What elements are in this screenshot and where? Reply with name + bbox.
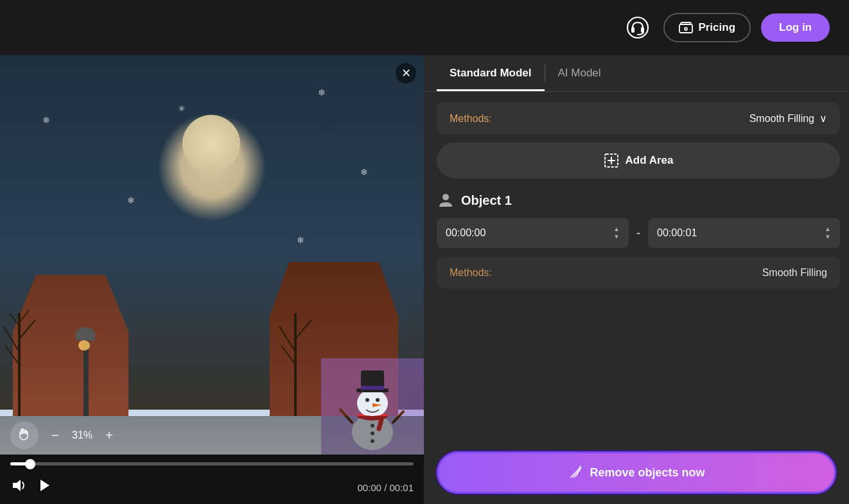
login-button[interactable]: Log in: [761, 13, 830, 42]
zoom-level: 31%: [72, 430, 92, 441]
svg-line-9: [19, 310, 29, 323]
methods-row-bottom: Methods: Smooth Filling: [437, 257, 840, 289]
remove-objects-button[interactable]: Remove objects now: [437, 451, 836, 494]
time-end-value: 00:00:01: [657, 227, 697, 239]
volume-button[interactable]: [10, 477, 27, 498]
time-end-input[interactable]: 00:00:01 ▲ ▼: [648, 218, 840, 248]
play-button[interactable]: [37, 478, 53, 497]
snowflake: ❄: [42, 115, 50, 125]
time-start-input[interactable]: 00:00:00 ▲ ▼: [437, 218, 629, 248]
zoom-minus-button[interactable]: −: [46, 426, 64, 444]
svg-rect-18: [361, 386, 384, 390]
object-header: Object 1: [437, 191, 840, 209]
time-start-value: 00:00:00: [446, 227, 486, 239]
tree-right: [276, 288, 315, 416]
snowflake: ❄: [127, 195, 135, 205]
object-person-icon: [437, 191, 455, 209]
snowflake: ❄: [360, 167, 368, 177]
video-canvas: ❄ ❄ ❄ ❄ ✳ ❄ ❄: [0, 55, 424, 455]
time-start-down[interactable]: ▼: [613, 234, 620, 240]
main-area: ❄ ❄ ❄ ❄ ✳ ❄ ❄: [0, 55, 849, 504]
add-area-icon: [604, 153, 619, 168]
progress-bar[interactable]: [10, 462, 414, 465]
tab-ai-model[interactable]: AI Model: [545, 55, 614, 91]
login-label: Log in: [779, 21, 812, 33]
svg-point-20: [376, 398, 380, 402]
topbar: Pricing Log in: [0, 0, 849, 55]
svg-line-12: [295, 320, 311, 339]
svg-marker-29: [40, 480, 49, 491]
hand-tool-button[interactable]: [10, 421, 39, 449]
time-end-down[interactable]: ▼: [825, 234, 831, 240]
svg-marker-28: [13, 480, 21, 491]
svg-point-19: [365, 398, 369, 402]
support-button[interactable]: [622, 12, 653, 43]
time-end-spinners: ▲ ▼: [825, 226, 831, 240]
tabs-container: Standard Model AI Model: [424, 55, 849, 92]
methods-value: Smooth Filling: [749, 113, 814, 125]
tree-left: [0, 288, 39, 416]
time-end-up[interactable]: ▲: [825, 226, 831, 232]
progress-area: [0, 455, 424, 471]
time-range-row: 00:00:00 ▲ ▼ - 00:00:01 ▲ ▼: [437, 218, 840, 248]
svg-line-6: [19, 320, 35, 339]
methods-row: Methods: Smooth Filling ∨: [437, 102, 840, 135]
progress-thumb[interactable]: [25, 459, 35, 469]
methods-label: Methods:: [450, 113, 492, 125]
remove-objects-label: Remove objects now: [590, 466, 705, 480]
time-display: 00:00 / 00:01: [357, 482, 414, 493]
svg-point-3: [685, 28, 687, 30]
svg-rect-1: [631, 27, 635, 33]
pricing-label: Pricing: [698, 21, 735, 34]
snowflake: ❄: [297, 235, 304, 245]
methods-bottom-dropdown[interactable]: Smooth Filling: [762, 267, 827, 279]
bottom-action-area: Remove objects now: [424, 441, 849, 504]
zoom-plus-button[interactable]: +: [100, 426, 118, 444]
svg-line-5: [3, 326, 19, 352]
methods-dropdown[interactable]: Smooth Filling ∨: [749, 112, 827, 125]
methods-bottom-value: Smooth Filling: [762, 267, 827, 279]
time-dash: -: [636, 227, 640, 240]
video-controls-overlay: − 31% +: [0, 416, 424, 455]
time-start-up[interactable]: ▲: [613, 226, 620, 232]
tab-standard-model[interactable]: Standard Model: [437, 55, 545, 91]
broom-icon: [568, 465, 583, 480]
lamp-head: [76, 327, 95, 340]
video-container: ❄ ❄ ❄ ❄ ✳ ❄ ❄: [0, 55, 424, 455]
right-panel-scroll[interactable]: Methods: Smooth Filling ∨ Add Area: [424, 92, 849, 441]
right-panel: Standard Model AI Model Methods: Smooth …: [424, 55, 849, 504]
time-start-spinners: ▲ ▼: [613, 226, 620, 240]
moon: [182, 115, 240, 173]
video-panel: ❄ ❄ ❄ ❄ ✳ ❄ ❄: [0, 55, 424, 504]
add-area-button[interactable]: Add Area: [437, 143, 840, 178]
svg-point-33: [442, 194, 449, 200]
add-area-label: Add Area: [626, 154, 674, 167]
snowflake: ✳: [178, 103, 186, 114]
chevron-down-icon: ∨: [819, 112, 827, 125]
lamp-post: [83, 339, 89, 416]
svg-line-11: [279, 326, 295, 352]
playback-controls: 00:00 / 00:01: [0, 471, 424, 504]
object-title: Object 1: [461, 193, 512, 208]
lamp-glow: [78, 340, 90, 351]
close-button[interactable]: ✕: [396, 63, 416, 83]
methods-bottom-label: Methods:: [450, 267, 492, 279]
snowflake: ❄: [318, 87, 326, 98]
svg-line-8: [10, 313, 19, 326]
pricing-button[interactable]: Pricing: [663, 13, 751, 42]
